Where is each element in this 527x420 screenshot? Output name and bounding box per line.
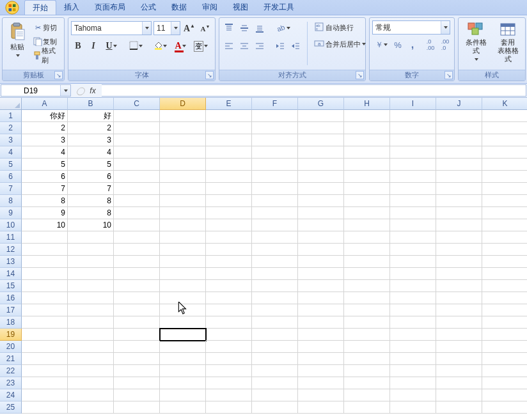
- paste-button[interactable]: 粘贴: [4, 19, 31, 65]
- cell-F17[interactable]: [252, 304, 298, 316]
- cell-K16[interactable]: [482, 292, 527, 304]
- cell-K22[interactable]: [482, 365, 527, 377]
- worksheet-grid[interactable]: ABCDEFGHIJK 1234567891011121314151617181…: [0, 98, 527, 419]
- row-header-7[interactable]: 7: [0, 183, 22, 195]
- cell-C5[interactable]: [114, 159, 160, 171]
- cell-A2[interactable]: 2: [22, 122, 68, 134]
- row-header-22[interactable]: 22: [0, 365, 22, 377]
- cell-G11[interactable]: [298, 231, 344, 244]
- cell-D3[interactable]: [160, 134, 206, 146]
- cell-H11[interactable]: [344, 231, 390, 244]
- cell-F24[interactable]: [252, 389, 298, 401]
- cell-K25[interactable]: [482, 401, 527, 414]
- cell-F8[interactable]: [252, 195, 298, 207]
- cell-E11[interactable]: [206, 231, 252, 244]
- cell-F13[interactable]: [252, 256, 298, 268]
- cell-F10[interactable]: [252, 219, 298, 231]
- cell-D9[interactable]: [160, 207, 206, 219]
- column-header-G[interactable]: G: [298, 98, 344, 110]
- row-header-5[interactable]: 5: [0, 159, 22, 171]
- cell-G20[interactable]: [298, 341, 344, 353]
- cell-G8[interactable]: [298, 195, 344, 207]
- cell-K14[interactable]: [482, 268, 527, 280]
- cell-E16[interactable]: [206, 292, 252, 304]
- cell-F9[interactable]: [252, 207, 298, 219]
- cell-D6[interactable]: [160, 171, 206, 183]
- cell-F11[interactable]: [252, 231, 298, 244]
- cell-J15[interactable]: [436, 280, 482, 292]
- cell-H15[interactable]: [344, 280, 390, 292]
- cell-H25[interactable]: [344, 401, 390, 414]
- cell-F22[interactable]: [252, 365, 298, 377]
- cell-I7[interactable]: [390, 183, 436, 195]
- cell-A17[interactable]: [22, 304, 68, 316]
- cell-C14[interactable]: [114, 268, 160, 280]
- cell-A24[interactable]: [22, 389, 68, 401]
- cell-J4[interactable]: [436, 146, 482, 159]
- column-header-D[interactable]: D: [160, 98, 206, 110]
- cell-G2[interactable]: [298, 122, 344, 134]
- fill-color-button[interactable]: [150, 39, 169, 53]
- formula-bar-input[interactable]: [102, 84, 526, 97]
- cell-D11[interactable]: [160, 231, 206, 244]
- cell-J1[interactable]: [436, 110, 482, 122]
- cell-I25[interactable]: [390, 401, 436, 414]
- cell-I5[interactable]: [390, 159, 436, 171]
- cell-I23[interactable]: [390, 377, 436, 389]
- cell-K4[interactable]: [482, 146, 527, 159]
- cell-K8[interactable]: [482, 195, 527, 207]
- cell-E24[interactable]: [206, 389, 252, 401]
- cell-B7[interactable]: 7: [68, 183, 114, 195]
- cell-A1[interactable]: 你好: [22, 110, 68, 122]
- row-header-8[interactable]: 8: [0, 195, 22, 207]
- cell-H9[interactable]: [344, 207, 390, 219]
- cell-E22[interactable]: [206, 365, 252, 377]
- orientation-button[interactable]: ab: [273, 21, 292, 35]
- cell-E12[interactable]: [206, 244, 252, 256]
- cell-K5[interactable]: [482, 159, 527, 171]
- cell-D1[interactable]: [160, 110, 206, 122]
- cell-J10[interactable]: [436, 219, 482, 231]
- cell-B4[interactable]: 4: [68, 146, 114, 159]
- cell-F5[interactable]: [252, 159, 298, 171]
- cell-A5[interactable]: 5: [22, 159, 68, 171]
- cell-D18[interactable]: [160, 316, 206, 329]
- row-header-14[interactable]: 14: [0, 268, 22, 280]
- row-header-2[interactable]: 2: [0, 122, 22, 134]
- row-header-23[interactable]: 23: [0, 377, 22, 389]
- cell-H3[interactable]: [344, 134, 390, 146]
- row-header-16[interactable]: 16: [0, 292, 22, 304]
- accounting-format-button[interactable]: ￥: [372, 38, 390, 52]
- cell-C16[interactable]: [114, 292, 160, 304]
- cell-E10[interactable]: [206, 219, 252, 231]
- cell-D25[interactable]: [160, 401, 206, 414]
- cell-J13[interactable]: [436, 256, 482, 268]
- cell-C21[interactable]: [114, 353, 160, 365]
- row-header-10[interactable]: 10: [0, 219, 22, 231]
- cell-A6[interactable]: 6: [22, 171, 68, 183]
- cell-B25[interactable]: [68, 401, 114, 414]
- cell-B19[interactable]: [68, 329, 114, 341]
- cell-C22[interactable]: [114, 365, 160, 377]
- cell-C24[interactable]: [114, 389, 160, 401]
- cell-F7[interactable]: [252, 183, 298, 195]
- align-center-button[interactable]: [237, 39, 251, 53]
- format-painter-button[interactable]: 格式刷: [31, 49, 63, 63]
- cell-K1[interactable]: [482, 110, 527, 122]
- cell-D20[interactable]: [160, 341, 206, 353]
- cell-H16[interactable]: [344, 292, 390, 304]
- row-header-9[interactable]: 9: [0, 207, 22, 219]
- cell-B8[interactable]: 8: [68, 195, 114, 207]
- row-header-15[interactable]: 15: [0, 280, 22, 292]
- cancel-formula-button[interactable]: ◯: [74, 85, 86, 97]
- tab-insert[interactable]: 插入: [56, 0, 87, 15]
- cell-B18[interactable]: [68, 316, 114, 329]
- align-middle-button[interactable]: [237, 21, 251, 35]
- cells-area[interactable]: 你好好22334455667788981010: [22, 110, 527, 414]
- cell-I10[interactable]: [390, 219, 436, 231]
- cell-A18[interactable]: [22, 316, 68, 329]
- row-header-1[interactable]: 1: [0, 110, 22, 122]
- cell-H7[interactable]: [344, 183, 390, 195]
- cell-J11[interactable]: [436, 231, 482, 244]
- cell-H23[interactable]: [344, 377, 390, 389]
